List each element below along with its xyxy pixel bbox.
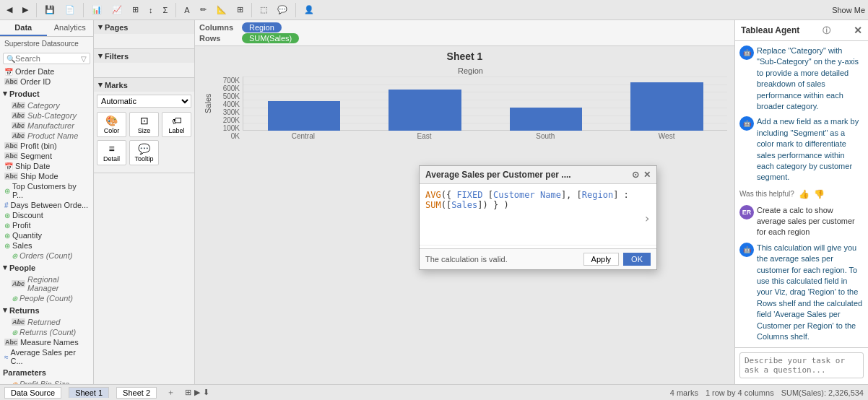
field-order-id[interactable]: Abc Order ID: [0, 77, 93, 87]
data-source-tab[interactable]: Data Source: [4, 387, 61, 399]
presentation-icon[interactable]: ▶: [194, 388, 200, 397]
field-avg-sales[interactable]: ≈ Average Sales per C...: [0, 347, 93, 366]
sum-button[interactable]: Σ: [160, 4, 172, 17]
pages-header[interactable]: ▾ Pages: [94, 20, 194, 34]
ok-button[interactable]: OK: [623, 253, 651, 266]
field-days-between[interactable]: # Days Between Orde...: [0, 200, 93, 210]
field-segment-label: Segment: [20, 152, 52, 160]
forward-button[interactable]: ▶: [19, 3, 32, 17]
tick-200k: 200K: [214, 116, 240, 124]
agent-close-button[interactable]: ✕: [854, 25, 862, 36]
detail-icon: ≡: [108, 143, 114, 155]
field-returned[interactable]: Abc Returned: [0, 317, 93, 327]
tab-analytics[interactable]: Analytics: [47, 20, 94, 36]
highlight-button[interactable]: A: [181, 4, 193, 17]
bar-east[interactable]: [389, 90, 461, 131]
column-chart-button[interactable]: 📈: [108, 3, 126, 17]
dialog-close-icon[interactable]: ✕: [643, 170, 651, 180]
apply-button[interactable]: Apply: [583, 253, 620, 266]
label-button[interactable]: 🏷 Label: [162, 112, 191, 137]
bar-south[interactable]: [510, 108, 583, 131]
field-profit-bin-size[interactable]: ⊛ Profit Bin Size: [0, 379, 93, 384]
sheet2-tab[interactable]: Sheet 2: [116, 387, 157, 399]
field-product-name[interactable]: Abc Product Name: [0, 131, 93, 141]
field-ship-date[interactable]: 📅 Ship Date: [0, 161, 93, 171]
add-sheet-button[interactable]: ＋: [164, 386, 178, 399]
field-profit[interactable]: ⊛ Profit: [0, 220, 93, 230]
datasource-label[interactable]: Superstore Datasource: [0, 37, 93, 51]
sheet-title: Sheet 1: [195, 46, 734, 66]
bar-west[interactable]: [630, 82, 703, 131]
field-sub-category[interactable]: Abc Sub-Category: [0, 110, 93, 121]
marks-type-selector[interactable]: Automatic: [97, 95, 191, 108]
back-button[interactable]: ◀: [3, 3, 16, 17]
bar-chart-button[interactable]: 📊: [88, 3, 105, 17]
agent-info-icon[interactable]: ⓘ: [823, 25, 830, 36]
left-sidebar: Data Analytics Superstore Datasource 🔍 ▽…: [0, 20, 94, 384]
sales-pill[interactable]: SUM(Sales): [242, 33, 299, 43]
dialog-restore-icon[interactable]: ⊙: [632, 170, 639, 180]
agent-input[interactable]: [739, 352, 864, 378]
thumbup-1[interactable]: 👍: [799, 189, 810, 199]
field-regional-manager[interactable]: Abc Regional Manager: [0, 274, 93, 293]
field-quantity[interactable]: ⊛ Quantity: [0, 230, 93, 240]
field-ship-mode[interactable]: Abc Ship Mode: [0, 171, 93, 181]
marks-type-select[interactable]: Automatic: [97, 95, 191, 108]
product-section[interactable]: ▾ Product: [0, 87, 93, 100]
top-customers-icon: ⊛: [4, 187, 10, 195]
region-pill[interactable]: Region: [242, 22, 282, 32]
detail-button[interactable]: ≡ Detail: [97, 140, 126, 165]
sheet1-tab[interactable]: Sheet 1: [69, 387, 109, 398]
x-labels: Central East South West: [243, 132, 727, 140]
filters-header[interactable]: ▾ Filters: [94, 49, 194, 63]
field-orders-count[interactable]: ⊛ Orders (Count): [0, 251, 93, 261]
search-bar: 🔍 ▽: [3, 53, 90, 64]
show-me-button[interactable]: Show Me: [832, 6, 865, 14]
grid-button[interactable]: ⊞: [233, 3, 247, 17]
search-input[interactable]: [15, 54, 81, 63]
field-profit-bin[interactable]: Abc Profit (bin): [0, 141, 93, 151]
calc-dialog-header: Average Sales per Customer per .... ⊙ ✕: [420, 166, 656, 184]
marks-info: 4 marks: [670, 388, 698, 397]
tooltip-button[interactable]: 💬: [274, 3, 291, 17]
field-order-date[interactable]: 📅 Order Date: [0, 66, 93, 77]
filter-icon[interactable]: ▽: [81, 55, 87, 63]
field-segment[interactable]: Abc Segment: [0, 151, 93, 161]
new-button[interactable]: 📄: [61, 3, 79, 17]
field-returns-count[interactable]: ⊛ Returns (Count): [0, 327, 93, 337]
people-section[interactable]: ▾ People: [0, 261, 93, 274]
sales-icon: ⊛: [4, 242, 10, 250]
layout-button[interactable]: ⬚: [256, 3, 271, 17]
bar-central[interactable]: [268, 101, 341, 131]
layout-icon[interactable]: ⊞: [185, 388, 191, 397]
field-manufacturer[interactable]: Abc Manufacturer: [0, 121, 93, 131]
color-button[interactable]: 🎨 Color: [97, 112, 126, 137]
bot-msg-2-container: 🤖 Add a new field as a mark by including…: [739, 116, 864, 183]
agent-button[interactable]: 👤: [300, 3, 318, 17]
field-category[interactable]: Abc Category: [0, 100, 93, 110]
field-measure-names[interactable]: Abc Measure Names: [0, 337, 93, 347]
edit-button[interactable]: ✏: [196, 3, 210, 17]
scroll-right-icon[interactable]: ›: [643, 211, 651, 225]
returns-section[interactable]: ▾ Returns: [0, 303, 93, 317]
marks-header[interactable]: ▾ Marks: [94, 78, 194, 92]
format-button[interactable]: 📐: [213, 3, 230, 17]
field-people-count[interactable]: ⊛ People (Count): [0, 293, 93, 303]
field-top-customers[interactable]: ⊛ Top Customers by P...: [0, 181, 93, 200]
download-icon[interactable]: ⬇: [203, 388, 209, 397]
size-button[interactable]: ⊡ Size: [129, 112, 159, 137]
show-me-label: Show Me: [832, 6, 865, 14]
parameters-section[interactable]: Parameters: [0, 366, 93, 379]
table-button[interactable]: ⊞: [129, 3, 142, 17]
thumbdown-1[interactable]: 👎: [814, 189, 825, 199]
save-button[interactable]: 💾: [41, 3, 58, 17]
returns-chevron: ▾: [3, 305, 7, 315]
pages-label: Pages: [105, 23, 128, 32]
field-ship-mode-label: Ship Mode: [20, 172, 58, 181]
region-header-label: Region: [214, 66, 727, 75]
field-sales[interactable]: ⊛ Sales: [0, 240, 93, 251]
field-discount[interactable]: ⊛ Discount: [0, 210, 93, 220]
tab-data[interactable]: Data: [0, 20, 47, 36]
tooltip-button2[interactable]: 💬 Tooltip: [129, 140, 159, 165]
sort-button[interactable]: ↕: [145, 4, 157, 17]
